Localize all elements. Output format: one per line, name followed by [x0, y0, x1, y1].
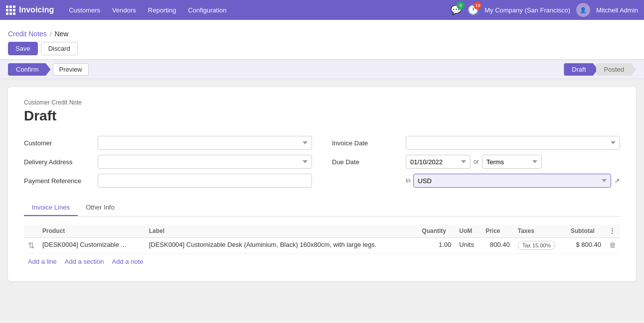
- invoice-date-label: Invoice Date: [332, 139, 402, 147]
- grid-icon: [6, 5, 15, 14]
- due-date-controls: 01/10/2022 or Terms: [406, 155, 542, 169]
- cell-product[interactable]: [DESK0004] Customizable ...: [38, 238, 145, 254]
- drag-handle-icon[interactable]: ⇅: [28, 241, 34, 250]
- messages-badge: 5: [457, 1, 465, 9]
- action-bar: Save Discard: [0, 38, 644, 60]
- tab-invoice-lines[interactable]: Invoice Lines: [24, 200, 78, 216]
- col-actions-header: ⋮: [605, 224, 620, 238]
- delete-row-icon[interactable]: 🗑: [609, 241, 616, 249]
- invoice-date-select[interactable]: [406, 136, 620, 150]
- menu-vendors[interactable]: Vendors: [107, 4, 141, 16]
- top-menu: Customers Vendors Reporting Configuratio…: [64, 4, 441, 16]
- due-date-label: Due Date: [332, 158, 402, 166]
- top-navigation: Invoicing Customers Vendors Reporting Co…: [0, 0, 644, 20]
- tax-badge[interactable]: Tax 15.00%: [518, 241, 555, 250]
- table-row: ⇅ [DESK0004] Customizable ... [DESK0004]…: [24, 238, 620, 254]
- document-subtitle: Customer Credit Note: [24, 99, 620, 106]
- col-subtotal-header: Subtotal: [567, 224, 605, 238]
- document-card: Customer Credit Note Draft Customer Deli…: [8, 87, 636, 281]
- avatar[interactable]: 👤: [576, 3, 590, 17]
- due-date-select[interactable]: 01/10/2022: [406, 155, 471, 169]
- cell-uom[interactable]: Units: [455, 238, 482, 254]
- col-product-header: Product: [38, 224, 145, 238]
- currency-select[interactable]: USD: [413, 174, 611, 188]
- or-text: or: [474, 158, 479, 165]
- terms-select[interactable]: Terms: [482, 155, 542, 169]
- company-label[interactable]: My Company (San Francisco): [484, 6, 570, 14]
- cell-price[interactable]: 800.40: [482, 238, 514, 254]
- activity-badge: 19: [474, 1, 482, 9]
- menu-reporting[interactable]: Reporting: [143, 4, 181, 16]
- payment-reference-input[interactable]: [98, 174, 312, 188]
- add-actions: Add a line Add a section Add a note: [24, 254, 620, 269]
- topnav-right: 💬 5 🕐 19 My Company (San Francisco) 👤 Mi…: [451, 3, 638, 17]
- tab-other-info[interactable]: Other Info: [78, 200, 123, 216]
- breadcrumb-current: New: [54, 30, 68, 38]
- app-name: Invoicing: [19, 5, 54, 14]
- add-section-link[interactable]: Add a section: [65, 258, 104, 265]
- status-draft[interactable]: Draft: [564, 63, 598, 76]
- add-note-link[interactable]: Add a note: [112, 258, 144, 265]
- row-handle[interactable]: ⇅: [24, 238, 38, 254]
- in-text: in: [406, 177, 410, 184]
- delivery-address-row: Delivery Address: [24, 155, 312, 169]
- messages-button[interactable]: 💬 5: [451, 4, 462, 15]
- col-label-header: Label: [145, 224, 418, 238]
- main-content: Customer Credit Note Draft Customer Deli…: [0, 79, 644, 289]
- col-handle-header: [24, 224, 38, 238]
- invoice-date-row: Invoice Date: [332, 136, 620, 150]
- app-logo[interactable]: Invoicing: [6, 5, 54, 14]
- status-bar: Confirm Preview Draft Posted: [0, 60, 644, 79]
- user-label: Mitchell Admin: [596, 6, 638, 14]
- cell-delete[interactable]: 🗑: [605, 238, 620, 254]
- cell-quantity[interactable]: 1.00: [418, 238, 455, 254]
- payment-reference-label: Payment Reference: [24, 177, 94, 185]
- external-link-icon[interactable]: ↗: [614, 177, 620, 185]
- document-title: Draft: [24, 108, 620, 124]
- table-header-row: Product Label Quantity UoM Price Taxes S…: [24, 224, 620, 238]
- delivery-address-select[interactable]: [98, 155, 312, 169]
- breadcrumb-separator: /: [50, 30, 52, 38]
- confirm-button[interactable]: Confirm: [8, 63, 51, 76]
- preview-button[interactable]: Preview: [53, 63, 89, 76]
- cell-taxes: Tax 15.00%: [514, 238, 567, 254]
- col-uom-header: UoM: [455, 224, 482, 238]
- form-right: Invoice Date Due Date 01/10/2022 or Term…: [332, 136, 620, 188]
- status-posted[interactable]: Posted: [596, 63, 636, 76]
- due-date-row: Due Date 01/10/2022 or Terms: [332, 155, 620, 169]
- discard-button[interactable]: Discard: [41, 42, 78, 55]
- payment-reference-row: Payment Reference: [24, 174, 312, 188]
- invoice-lines-table: Product Label Quantity UoM Price Taxes S…: [24, 224, 620, 254]
- form-left: Customer Delivery Address Payment Refere…: [24, 136, 312, 188]
- cell-label[interactable]: [DESK0004] Customizable Desk (Aluminium,…: [145, 238, 418, 254]
- activity-button[interactable]: 🕐 19: [468, 4, 479, 15]
- delivery-address-label: Delivery Address: [24, 158, 94, 166]
- col-quantity-header: Quantity: [418, 224, 455, 238]
- currency-row: in USD ↗: [406, 174, 620, 188]
- col-taxes-header: Taxes: [514, 224, 567, 238]
- breadcrumb-parent[interactable]: Credit Notes: [8, 30, 47, 38]
- customer-row: Customer: [24, 136, 312, 150]
- menu-configuration[interactable]: Configuration: [183, 4, 231, 16]
- cell-subtotal: $ 800.40: [567, 238, 605, 254]
- breadcrumb: Credit Notes / New: [0, 24, 644, 38]
- save-button[interactable]: Save: [8, 42, 38, 55]
- workflow-status: Draft Posted: [564, 63, 636, 76]
- tabs: Invoice Lines Other Info: [24, 200, 620, 216]
- customer-label: Customer: [24, 139, 94, 147]
- menu-customers[interactable]: Customers: [64, 4, 105, 16]
- customer-select[interactable]: [98, 136, 312, 150]
- col-price-header: Price: [482, 224, 514, 238]
- form-fields: Customer Delivery Address Payment Refere…: [24, 136, 620, 188]
- add-line-link[interactable]: Add a line: [28, 258, 57, 265]
